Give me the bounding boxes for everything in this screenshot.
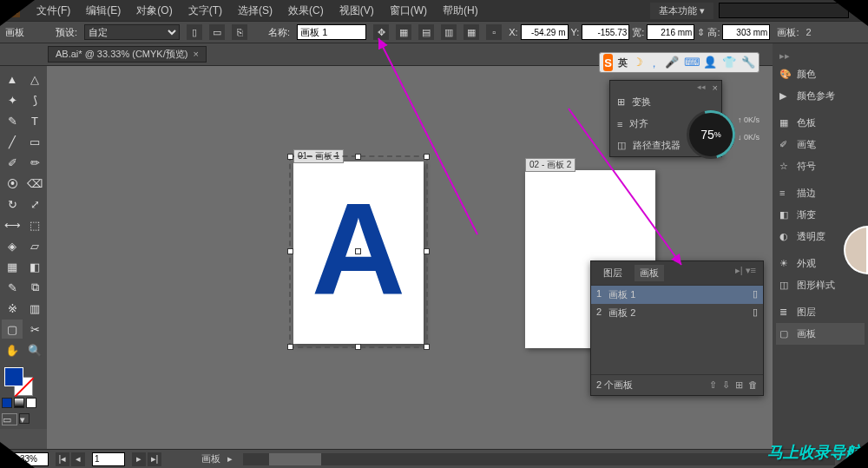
ime-lang[interactable]: 英: [618, 56, 628, 69]
graph-tool-icon[interactable]: ▥: [24, 299, 45, 318]
artboard-index-input[interactable]: [92, 452, 125, 466]
workspace-switcher[interactable]: 基本功能 ▾: [650, 3, 713, 19]
resize-handle-s[interactable]: [355, 344, 361, 350]
menu-file[interactable]: 文件(F): [30, 3, 77, 18]
link-icon[interactable]: ⎘: [232, 24, 247, 40]
prev-artboard-icon[interactable]: ◂: [71, 452, 85, 466]
x-input[interactable]: [521, 24, 569, 40]
rectangle-tool-icon[interactable]: ▭: [24, 132, 45, 151]
row-orient-icon[interactable]: ▯: [753, 307, 758, 320]
layers-tab[interactable]: 图层: [598, 265, 628, 281]
mesh-tool-icon[interactable]: ▦: [2, 257, 23, 276]
color-mode-none-icon[interactable]: [26, 398, 36, 408]
shape-builder-tool-icon[interactable]: ◈: [2, 236, 23, 255]
panel-stroke[interactable]: ≡描边: [776, 182, 865, 204]
menu-select[interactable]: 选择(S): [231, 3, 279, 18]
reference-point-icon[interactable]: ▫: [486, 24, 502, 40]
ime-skin-icon[interactable]: 👕: [722, 56, 736, 69]
change-screen-icon[interactable]: ▾: [19, 413, 30, 424]
blob-brush-tool-icon[interactable]: ⦿: [2, 174, 23, 193]
gradient-tool-icon[interactable]: ◧: [24, 257, 45, 276]
ime-comma-icon[interactable]: ，: [648, 56, 660, 69]
ime-moon-icon[interactable]: ☽: [633, 56, 643, 69]
menu-help[interactable]: 帮助(H): [436, 3, 485, 18]
grid2-icon[interactable]: ▤: [418, 24, 434, 40]
color-swatch[interactable]: [2, 365, 45, 396]
column-collapse-icon[interactable]: ▸▸: [776, 49, 865, 63]
network-gauge[interactable]: 75%: [687, 110, 735, 159]
resize-handle-n[interactable]: [355, 154, 361, 160]
eraser-tool-icon[interactable]: ⌫: [24, 174, 45, 193]
eyedropper-tool-icon[interactable]: ✎: [2, 278, 23, 297]
width-tool-icon[interactable]: ⟷: [2, 215, 23, 234]
close-tab-icon[interactable]: ×: [193, 49, 198, 59]
panel-menu-icon[interactable]: ▸| ▾≡: [735, 265, 756, 281]
rotate-tool-icon[interactable]: ↻: [2, 194, 23, 214]
new-artboard-icon[interactable]: ⊞: [735, 379, 743, 391]
blend-tool-icon[interactable]: ⧉: [24, 278, 45, 297]
free-transform-tool-icon[interactable]: ⬚: [24, 215, 45, 234]
color-mode-gradient-icon[interactable]: [14, 398, 24, 408]
panel-color[interactable]: 🎨颜色: [776, 63, 865, 85]
perspective-tool-icon[interactable]: ▱: [24, 236, 45, 255]
ime-keyboard-icon[interactable]: ⌨: [684, 56, 698, 69]
scale-tool-icon[interactable]: ⤢: [24, 194, 45, 214]
resize-handle-ne[interactable]: [424, 154, 430, 160]
lasso-tool-icon[interactable]: ⟆: [24, 90, 45, 109]
delete-artboard-icon[interactable]: 🗑: [748, 379, 758, 391]
grid-icon[interactable]: ▦: [396, 24, 411, 40]
document-tab[interactable]: AB.ai* @ 33.33% (CMYK/预览)×: [48, 46, 207, 63]
pencil-tool-icon[interactable]: ✏: [24, 153, 45, 172]
panel-graphic-styles[interactable]: ◫图形样式: [776, 274, 865, 296]
search-input[interactable]: [719, 3, 849, 18]
y-input[interactable]: [582, 24, 629, 40]
scrollbar-thumb[interactable]: [269, 453, 321, 465]
move-copy-icon[interactable]: ✥: [373, 24, 389, 40]
artboard-1[interactable]: 01 - 画板 1 A: [293, 161, 424, 344]
menu-window[interactable]: 窗口(W): [383, 3, 434, 18]
ime-settings-icon[interactable]: 🔧: [741, 56, 755, 69]
tool-dropdown-icon[interactable]: ▸: [227, 453, 233, 465]
panel-layers[interactable]: ≣图层: [776, 301, 865, 323]
artboards-panel[interactable]: 图层 画板 ▸| ▾≡ 1 画板 1 ▯ 2 画板 2 ▯ 2 个画板 ⇧ ⇩ …: [590, 260, 764, 396]
menu-effect[interactable]: 效果(C): [281, 3, 331, 18]
menu-edit[interactable]: 编辑(E): [79, 3, 128, 18]
orientation-portrait-icon[interactable]: ▯: [187, 24, 202, 40]
menu-object[interactable]: 对象(O): [129, 3, 179, 18]
resize-handle-w[interactable]: [287, 248, 293, 254]
next-artboard-icon[interactable]: ▸: [132, 452, 146, 466]
resize-handle-se[interactable]: [424, 344, 430, 350]
artboard-row-2[interactable]: 2 画板 2 ▯: [591, 304, 763, 322]
line-tool-icon[interactable]: ╱: [2, 132, 23, 151]
h-input[interactable]: [722, 24, 770, 40]
last-artboard-icon[interactable]: ▸|: [148, 452, 161, 466]
artboard-name-input[interactable]: [297, 24, 366, 40]
ime-badge-icon[interactable]: S: [603, 54, 613, 71]
ime-mic-icon[interactable]: 🎤: [665, 56, 679, 69]
preset-select[interactable]: 自定: [84, 24, 180, 40]
menu-type[interactable]: 文字(T): [181, 3, 229, 18]
ime-toolbar[interactable]: S 英 ☽ ， 🎤 ⌨ 👤 👕 🔧: [599, 52, 760, 73]
pen-tool-icon[interactable]: ✎: [2, 111, 23, 130]
direct-selection-tool-icon[interactable]: △: [24, 69, 45, 89]
resize-handle-sw[interactable]: [287, 344, 293, 350]
row-orient-icon[interactable]: ▯: [753, 288, 758, 301]
panel-gradient[interactable]: ◧渐变: [776, 204, 865, 226]
orientation-landscape-icon[interactable]: ▭: [209, 24, 225, 40]
w-input[interactable]: [647, 24, 694, 40]
panel-color-guide[interactable]: ▶颜色参考: [776, 85, 865, 107]
hand-tool-icon[interactable]: ✋: [2, 340, 23, 359]
panel-artboards[interactable]: ▢画板: [776, 323, 865, 345]
zoom-tool-icon[interactable]: 🔍: [24, 340, 45, 359]
transform-item[interactable]: ⊞变换: [610, 91, 721, 113]
menu-view[interactable]: 视图(V): [332, 3, 381, 18]
grid4-icon[interactable]: ▦: [464, 24, 479, 40]
panel-swatches[interactable]: ▦色板: [776, 112, 865, 134]
move-up-icon[interactable]: ⇧: [709, 379, 717, 391]
artboard-row-1[interactable]: 1 画板 1 ▯: [591, 286, 763, 304]
panel-brushes[interactable]: ✐画笔: [776, 134, 865, 155]
type-tool-icon[interactable]: T: [24, 111, 45, 130]
resize-handle-nw[interactable]: [287, 154, 293, 160]
selection-tool-icon[interactable]: ▲: [2, 69, 23, 89]
move-down-icon[interactable]: ⇩: [722, 379, 730, 391]
